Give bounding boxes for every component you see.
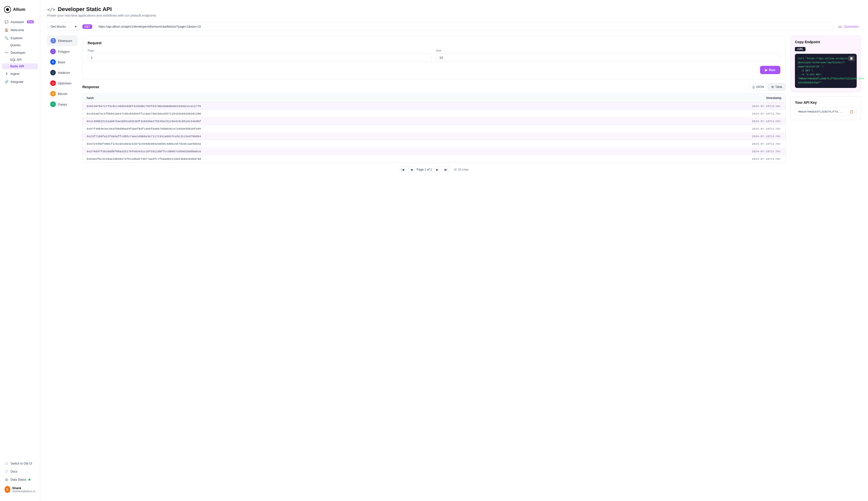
size-group: Size bbox=[436, 49, 780, 62]
response-section: Response {} JSON ⊞ Table has bbox=[83, 83, 785, 177]
json-view-button[interactable]: {} JSON bbox=[749, 83, 767, 90]
chain-bitcoin[interactable]: ₿ Bitcoin bbox=[47, 89, 77, 98]
hash-cell: 0x07244bbf46bcf1cbcde1b03ce2873c5e6ded84… bbox=[83, 140, 748, 148]
sidebar-item-welcome[interactable]: 🏠 Welcome bbox=[2, 26, 38, 34]
api-key-box: Your API Key MNbah7HNAEE8fLAS8EYkJfTG...… bbox=[791, 96, 861, 120]
hash-cell: 0x97f40b4e3ec5e3f0bd80ad4fda6f8df18ebf9a… bbox=[83, 125, 748, 132]
quickstart-button[interactable]: 📖 Quickstart bbox=[836, 23, 861, 30]
page-input[interactable] bbox=[88, 54, 432, 62]
chain-arbitrum[interactable]: A Arbitrum bbox=[47, 68, 77, 77]
sidebar-item-sql-api[interactable]: SQL API bbox=[2, 57, 38, 63]
sidebar-item-welcome-label: Welcome bbox=[11, 28, 24, 32]
ethereum-icon: Ξ bbox=[51, 38, 56, 43]
request-box: Request Page Size ▶ Run bbox=[83, 36, 785, 79]
welcome-icon: 🏠 bbox=[4, 28, 9, 32]
first-page-button[interactable]: |◀ bbox=[400, 166, 406, 173]
polygon-label: Polygon bbox=[58, 50, 69, 54]
user-profile[interactable]: S Shank shashank@allium.so bbox=[2, 484, 38, 495]
sidebar-bottom: ⬡ Switch to Old UI 📄 Docs ⏻ Data Status … bbox=[0, 458, 40, 497]
chain-base[interactable]: B Base bbox=[47, 57, 77, 67]
table-rows-icon: ⊟ bbox=[454, 168, 457, 171]
table-view-button[interactable]: ⊞ Table bbox=[768, 83, 785, 90]
logo[interactable]: Allium bbox=[0, 4, 40, 18]
chain-oasys[interactable]: O Oasys bbox=[47, 99, 77, 109]
optimism-label: Optimism bbox=[58, 82, 72, 85]
timestamp-cell: 2024-07-18T12:00: bbox=[748, 103, 785, 110]
response-header: Response {} JSON ⊞ Table bbox=[83, 83, 785, 90]
table-icon: ⊞ bbox=[771, 85, 774, 89]
sidebar-item-ingest-label: Ingest bbox=[11, 72, 19, 76]
hash-cell: 0x814979471775c8cc49d64d38f42d36bc7b5f63… bbox=[83, 103, 748, 110]
sidebar-item-queries[interactable]: Queries bbox=[2, 42, 38, 48]
page-header: </> Developer Static API bbox=[47, 6, 861, 13]
page-label: Page bbox=[88, 49, 432, 52]
svg-point-1 bbox=[6, 8, 9, 11]
json-icon: {} bbox=[752, 85, 755, 89]
code-block: curl 'https://api.allium.so/api/v1/ deve… bbox=[795, 54, 857, 88]
last-page-button[interactable]: ▶| bbox=[443, 166, 449, 173]
optimism-icon: ◎ bbox=[50, 81, 56, 86]
method-label: Get blocks bbox=[51, 25, 66, 29]
table-label: Table bbox=[775, 85, 782, 89]
prev-page-button[interactable]: ◀ bbox=[408, 166, 415, 173]
avatar: S bbox=[4, 486, 10, 493]
hash-cell: 0x94eefbc5226ae2d856e72fb128bd274077ae6f… bbox=[83, 155, 748, 162]
ethereum-label: Ethereum bbox=[58, 39, 72, 43]
sidebar-item-static-api[interactable]: Static API bbox=[2, 63, 38, 70]
user-email: shashank@allium.so bbox=[12, 490, 35, 493]
page-header-icon: </> bbox=[47, 7, 55, 12]
timestamp-cell: 2024-07-18T11:59: bbox=[748, 140, 785, 148]
copy-code-button[interactable]: 📋 bbox=[848, 56, 855, 61]
table-row: 0x07244bbf46bcf1cbcde1b03ce2873c5e6ded84… bbox=[83, 140, 785, 148]
method-dropdown[interactable]: Get blocks ▾ bbox=[47, 22, 80, 31]
copy-endpoint-title: Copy Endpoint bbox=[795, 40, 857, 44]
copy-endpoint-box: Copy Endpoint cURL curl 'https://api.all… bbox=[791, 36, 861, 92]
copy-api-key-button[interactable]: 📋 bbox=[849, 110, 854, 114]
response-table: hash timestamp 0x814979471775c8cc49d64d3… bbox=[83, 94, 785, 163]
form-row: Page Size bbox=[88, 49, 780, 62]
next-page-button[interactable]: ▶ bbox=[434, 166, 441, 173]
pagination: |◀ ◀ Page 1 of 1 ▶ ▶| ⊟ 10 rows bbox=[83, 163, 785, 177]
hash-cell: 0x23f7186fa12fda5affcd85c7aee1d9b6e3e711… bbox=[83, 133, 748, 140]
page-title: Developer Static API bbox=[58, 6, 112, 13]
base-label: Base bbox=[58, 60, 65, 64]
col-hash: hash bbox=[83, 94, 762, 102]
sidebar-item-explorer[interactable]: 🔍 Explorer bbox=[2, 34, 38, 42]
sidebar-item-integrate[interactable]: 🔗 Integrate bbox=[2, 78, 38, 85]
sidebar-item-data-status[interactable]: ⏻ Data Status bbox=[2, 476, 38, 483]
size-input[interactable] bbox=[436, 54, 780, 62]
chain-ethereum[interactable]: Ξ Ethereum bbox=[47, 36, 77, 46]
sidebar-item-ingest[interactable]: ⬆ Ingest bbox=[2, 70, 38, 77]
api-key-row: MNbah7HNAEE8fLAS8EYkJfTG... 📋 bbox=[795, 108, 857, 116]
quickstart-label: Quickstart bbox=[844, 25, 858, 29]
content-layout: Ξ Ethereum ⬡ Polygon B Base A Arbitrum ◎… bbox=[47, 36, 861, 177]
polygon-icon: ⬡ bbox=[50, 49, 56, 54]
timestamp-cell: 2024-07-18T11:58: bbox=[748, 155, 785, 162]
assistant-icon: 💬 bbox=[4, 20, 9, 24]
chain-polygon[interactable]: ⬡ Polygon bbox=[47, 47, 77, 56]
oasys-label: Oasys bbox=[58, 103, 67, 106]
sidebar-item-assistant[interactable]: 💬 Assistant New bbox=[2, 18, 38, 25]
url-input[interactable] bbox=[95, 23, 833, 31]
data-status-label: Data Status bbox=[11, 478, 26, 481]
chain-optimism[interactable]: ◎ Optimism bbox=[47, 78, 77, 88]
new-badge: New bbox=[27, 20, 34, 23]
switch-label: Switch to Old UI bbox=[11, 462, 32, 465]
sidebar-item-developer[interactable]: <> Developer bbox=[2, 49, 38, 56]
chain-selector: Ξ Ethereum ⬡ Polygon B Base A Arbitrum ◎… bbox=[47, 36, 77, 177]
request-title: Request bbox=[88, 41, 780, 45]
base-icon: B bbox=[50, 59, 56, 65]
docs-label: Docs bbox=[11, 470, 17, 473]
sidebar-item-switch-ui[interactable]: ⬡ Switch to Old UI bbox=[2, 460, 38, 467]
user-info: Shank shashank@allium.so bbox=[12, 487, 35, 493]
user-name: Shank bbox=[12, 487, 35, 490]
sidebar-item-docs[interactable]: 📄 Docs bbox=[2, 468, 38, 476]
run-label: Run bbox=[769, 68, 775, 72]
sidebar-item-assistant-label: Assistant bbox=[11, 20, 24, 24]
run-button[interactable]: ▶ Run bbox=[760, 66, 780, 74]
sidebar-item-explorer-label: Explorer bbox=[11, 36, 23, 40]
oasys-icon: O bbox=[50, 102, 56, 107]
table-row: 0x814979471775c8cc49d64d38f42d36bc7b5f63… bbox=[83, 103, 785, 110]
view-toggle: {} JSON ⊞ Table bbox=[749, 83, 785, 90]
table-row: 0x101a07ec5fbb9418e47cbbcb565eff1caa2799… bbox=[83, 110, 785, 118]
